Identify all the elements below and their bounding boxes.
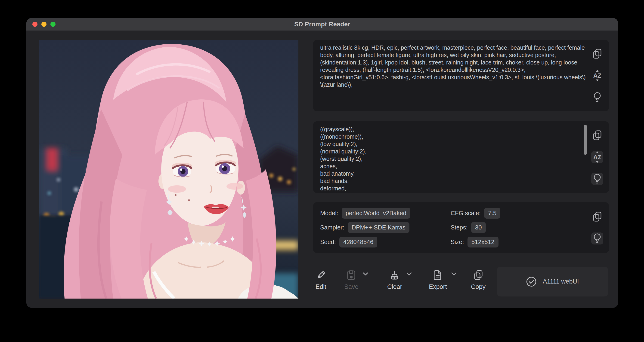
- prompt-actions: AZ: [591, 40, 603, 111]
- titlebar: SD Prompt Reader: [26, 18, 618, 31]
- steps-value: 30: [471, 222, 486, 233]
- seed-value: 428048546: [339, 237, 377, 248]
- edit-button[interactable]: Edit: [316, 270, 330, 291]
- sampler-value: DPM++ SDE Karras: [348, 222, 410, 233]
- sampler-label: Sampler:: [320, 224, 344, 231]
- parameters-actions: [591, 202, 603, 253]
- cfg-param: CFG scale: 7.5: [450, 208, 574, 219]
- prompt-panel: ultra realistic 8k cg, HDR, epic, perfec…: [313, 40, 609, 111]
- badge-label: A1111 webUI: [543, 278, 579, 285]
- size-param: Size: 512x512: [450, 237, 574, 248]
- lightbulb-icon: [593, 92, 602, 103]
- window-title: SD Prompt Reader: [294, 21, 350, 28]
- raw-negative-button[interactable]: [591, 173, 603, 185]
- negative-actions: AZ: [591, 121, 603, 193]
- document-icon: [432, 270, 443, 281]
- negative-prompt-panel: ((grayscale)), ((monochrome)), (low qual…: [313, 121, 609, 193]
- source-format-badge[interactable]: A1111 webUI: [497, 267, 608, 297]
- copy-prompt-button[interactable]: [591, 48, 603, 60]
- copy-icon: [474, 270, 483, 281]
- export-button[interactable]: Export: [429, 270, 457, 291]
- seed-label: Seed:: [320, 239, 336, 246]
- copy-parameters-button[interactable]: [591, 211, 603, 223]
- copy-icon: [592, 48, 602, 59]
- chevron-down-icon[interactable]: [451, 272, 457, 276]
- toolbar: Edit Save Clear Export Copy A1111 webUI: [313, 263, 609, 302]
- size-label: Size:: [450, 239, 464, 246]
- steps-param: Steps: 30: [450, 222, 574, 233]
- check-circle-icon: [526, 276, 537, 287]
- app-window: SD Prompt Reader: [26, 18, 618, 308]
- sort-az-icon: AZ: [592, 69, 603, 82]
- sort-prompt-button[interactable]: AZ: [591, 69, 603, 82]
- size-value: 512x512: [468, 237, 498, 248]
- sort-negative-button[interactable]: AZ: [591, 151, 603, 163]
- floppy-icon: [346, 270, 356, 281]
- model-label: Model:: [320, 210, 338, 217]
- scrollbar-thumb[interactable]: [584, 125, 587, 155]
- zoom-icon[interactable]: [50, 22, 56, 27]
- model-param: Model: perfectWorld_v2Baked: [320, 208, 450, 219]
- traffic-lights: [32, 18, 56, 30]
- chevron-down-icon[interactable]: [363, 272, 368, 276]
- save-label: Save: [344, 283, 358, 291]
- save-button[interactable]: Save: [344, 270, 368, 291]
- svg-text:AZ: AZ: [593, 154, 602, 161]
- image-preview[interactable]: [39, 40, 298, 299]
- parameters-grid: Model: perfectWorld_v2Baked CFG scale: 7…: [320, 206, 574, 249]
- copy-label: Copy: [471, 283, 486, 291]
- parameters-panel: Model: perfectWorld_v2Baked CFG scale: 7…: [313, 202, 609, 253]
- copy-button[interactable]: Copy: [471, 270, 490, 291]
- negative-prompt-text[interactable]: ((grayscale)), ((monochrome)), (low qual…: [320, 125, 586, 192]
- raw-parameters-button[interactable]: [591, 233, 603, 245]
- copy-negative-button[interactable]: [591, 129, 603, 141]
- chevron-down-icon[interactable]: [406, 272, 412, 276]
- cfg-label: CFG scale:: [450, 210, 481, 217]
- copy-icon: [592, 211, 602, 222]
- model-value: perfectWorld_v2Baked: [342, 208, 410, 219]
- raw-prompt-button[interactable]: [591, 91, 603, 103]
- edit-label: Edit: [316, 283, 326, 291]
- steps-label: Steps:: [450, 224, 468, 231]
- pencil-icon: [316, 270, 326, 281]
- cfg-value: 7.5: [484, 208, 500, 219]
- svg-text:AZ: AZ: [593, 72, 602, 79]
- broom-icon: [389, 270, 400, 281]
- close-icon[interactable]: [32, 22, 38, 27]
- sort-az-icon: AZ: [592, 151, 603, 163]
- lightbulb-icon: [593, 173, 602, 184]
- portrait-image: [39, 40, 298, 299]
- seed-param: Seed: 428048546: [320, 237, 450, 248]
- clear-label: Clear: [387, 283, 402, 291]
- lightbulb-icon: [593, 233, 602, 244]
- copy-label: Export: [429, 283, 447, 291]
- minimize-icon[interactable]: [42, 22, 46, 27]
- sampler-param: Sampler: DPM++ SDE Karras: [320, 222, 450, 233]
- clear-button[interactable]: Clear: [387, 270, 412, 291]
- copy-icon: [592, 130, 602, 141]
- prompt-text[interactable]: ultra realistic 8k cg, HDR, epic, perfec…: [320, 44, 586, 88]
